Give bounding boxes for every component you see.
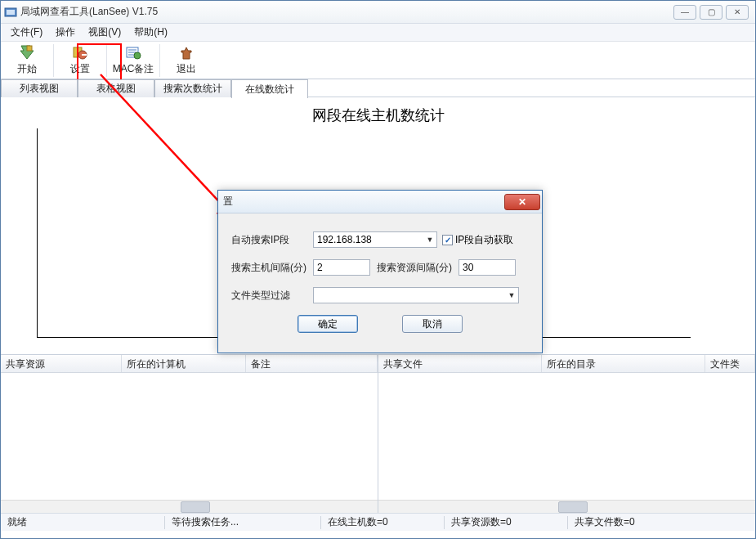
menu-operate[interactable]: 操作 [51, 24, 80, 41]
status-share-file-count: 共享文件数=0 [568, 515, 755, 529]
status-ready: 就绪 [1, 515, 164, 529]
svg-rect-5 [82, 54, 87, 56]
panel-share-resources: 共享资源 所在的计算机 备注 [1, 355, 378, 513]
title-bar: 局域网查看工具(LanSee) V1.75 — ▢ ✕ [1, 1, 755, 24]
chevron-down-icon: ▼ [507, 290, 517, 300]
label-host-interval: 搜索主机间隔(分) [231, 261, 313, 275]
window-title: 局域网查看工具(LanSee) V1.75 [20, 5, 673, 19]
svg-rect-2 [27, 46, 32, 51]
tab-list-view[interactable]: 列表视图 [1, 79, 78, 97]
menu-help[interactable]: 帮助(H) [129, 24, 172, 41]
combo-file-filter[interactable]: ▼ [313, 287, 519, 303]
tab-bar: 列表视图 表格视图 搜索次数统计 在线数统计 [1, 79, 755, 97]
toolbar-start[interactable]: 开始 [1, 42, 53, 79]
row-intervals: 搜索主机间隔(分) 搜索资源间隔(分) [231, 256, 529, 279]
menu-bar: 文件(F) 操作 视图(V) 帮助(H) [1, 24, 755, 42]
mac-icon [125, 44, 141, 61]
svg-rect-1 [7, 10, 15, 15]
svg-point-7 [134, 52, 141, 59]
menu-view[interactable]: 视图(V) [83, 24, 126, 41]
input-host-interval[interactable] [313, 259, 370, 276]
app-icon [4, 6, 17, 19]
tab-grid-view[interactable]: 表格视图 [78, 79, 154, 97]
scrollbar-thumb[interactable] [558, 501, 588, 513]
toolbar-mac[interactable]: MAC备注 [107, 42, 159, 79]
input-res-interval[interactable] [459, 259, 516, 276]
col-computer[interactable]: 所在的计算机 [122, 355, 246, 372]
checkbox-auto-ip[interactable]: ✓ [442, 235, 453, 245]
window-controls: — ▢ ✕ [673, 5, 749, 20]
toolbar: 开始 设置 MAC备注 退出 [1, 42, 755, 79]
dialog-titlebar[interactable]: 置 ✕ [218, 191, 542, 213]
label-auto-ip: 自动搜索IP段 [231, 233, 313, 247]
status-online-count: 在线主机数=0 [321, 515, 444, 529]
toolbar-exit[interactable]: 退出 [160, 42, 212, 79]
toolbar-exit-label: 退出 [177, 62, 196, 76]
col-share-file[interactable]: 共享文件 [378, 355, 542, 372]
status-share-res-count: 共享资源数=0 [445, 515, 567, 529]
row-file-filter: 文件类型过滤 ▼ [231, 284, 529, 307]
col-share-resource[interactable]: 共享资源 [1, 355, 122, 372]
toolbar-mac-label: MAC备注 [113, 62, 154, 76]
scrollbar-thumb[interactable] [181, 501, 210, 513]
start-icon [19, 44, 35, 61]
settings-dialog: 置 ✕ 自动搜索IP段 192.168.138 ▼ ✓ IP段自动获取 搜索主机… [217, 190, 543, 353]
tab-online-stats[interactable]: 在线数统计 [231, 79, 308, 98]
chevron-down-icon: ▼ [425, 235, 435, 245]
row-auto-ip: 自动搜索IP段 192.168.138 ▼ ✓ IP段自动获取 [231, 228, 529, 251]
minimize-button[interactable]: — [673, 5, 696, 20]
scrollbar[interactable] [378, 500, 755, 513]
menu-file[interactable]: 文件(F) [6, 24, 47, 41]
col-filetype[interactable]: 文件类 [705, 355, 755, 372]
exit-icon [178, 44, 195, 61]
combo-ip-range[interactable]: 192.168.138 ▼ [313, 231, 437, 248]
col-remark[interactable]: 备注 [246, 355, 378, 372]
col-directory[interactable]: 所在的目录 [542, 355, 705, 372]
panel-header: 共享资源 所在的计算机 备注 [1, 355, 378, 373]
maximize-button[interactable]: ▢ [700, 5, 722, 20]
dialog-close-button[interactable]: ✕ [504, 194, 540, 210]
cancel-button[interactable]: 取消 [402, 315, 463, 333]
chart-title: 网段在线主机数统计 [16, 102, 740, 128]
panel-share-files: 共享文件 所在的目录 文件类 [378, 355, 755, 513]
dialog-title: 置 [223, 195, 504, 209]
label-auto-ip-get: IP段自动获取 [455, 233, 513, 247]
settings-icon [72, 44, 88, 61]
toolbar-settings[interactable]: 设置 [54, 42, 106, 79]
status-waiting: 等待搜索任务... [165, 515, 320, 529]
panel-body [1, 373, 378, 500]
label-file-filter: 文件类型过滤 [231, 289, 313, 303]
tab-search-stats[interactable]: 搜索次数统计 [154, 79, 231, 97]
combo-ip-value: 192.168.138 [317, 234, 372, 245]
panel-body [378, 373, 755, 500]
scrollbar[interactable] [1, 500, 378, 513]
panel-header: 共享文件 所在的目录 文件类 [378, 355, 755, 373]
dialog-buttons: 确定 取消 [231, 315, 529, 333]
ok-button[interactable]: 确定 [297, 315, 358, 333]
bottom-panels: 共享资源 所在的计算机 备注 共享文件 所在的目录 文件类 [1, 354, 755, 513]
toolbar-start-label: 开始 [17, 62, 37, 76]
close-button[interactable]: ✕ [726, 5, 749, 20]
status-bar: 就绪 等待搜索任务... 在线主机数=0 共享资源数=0 共享文件数=0 [1, 513, 755, 531]
dialog-body: 自动搜索IP段 192.168.138 ▼ ✓ IP段自动获取 搜索主机间隔(分… [218, 213, 542, 341]
toolbar-settings-label: 设置 [70, 62, 90, 76]
label-res-interval: 搜索资源间隔(分) [377, 261, 459, 275]
